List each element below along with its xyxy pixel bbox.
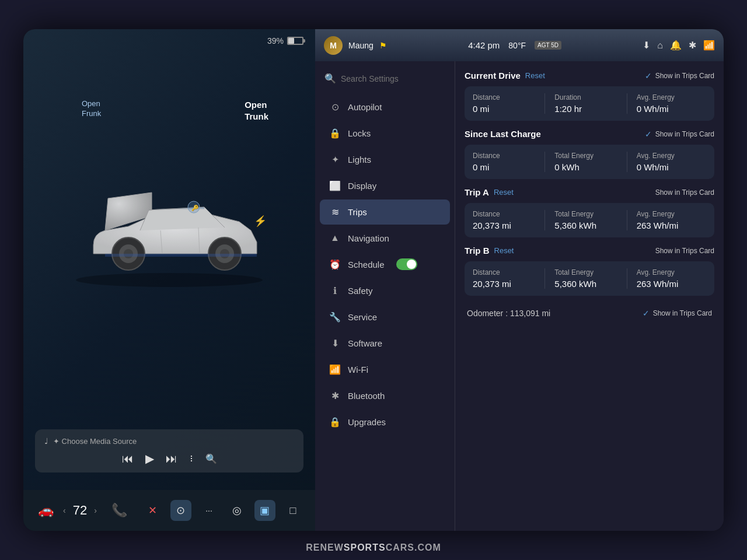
current-drive-reset[interactable]: Reset: [525, 71, 545, 80]
media-source-label: ♩ ✦ Choose Media Source: [44, 436, 294, 446]
sidebar-item-locks[interactable]: 🔒 Locks: [320, 121, 450, 146]
battery-percent: 39%: [267, 36, 284, 46]
trip-a-distance: Distance 20,373 mi: [473, 210, 542, 230]
trips-icon: ≋: [329, 206, 341, 218]
bluetooth-header-icon[interactable]: ✱: [689, 40, 696, 51]
checkbox-checked-icon3: ✓: [643, 309, 650, 318]
sidebar-item-autopilot[interactable]: ⊙ Autopilot: [320, 94, 450, 120]
phone-call-icon[interactable]: 📞: [109, 500, 130, 521]
close-icon[interactable]: ✕: [142, 500, 163, 521]
media-controls: ⏮ ▶ ⏭ ⫶ 🔍: [44, 452, 294, 466]
car-icon[interactable]: 🚗: [35, 500, 56, 521]
trips-label: Trips: [348, 207, 367, 217]
settings-content: 🔍 ⊙ Autopilot 🔒 Locks ✦ Lights ⬜ D: [315, 61, 724, 531]
camera-icon[interactable]: ◎: [226, 500, 247, 521]
user-avatar: M: [324, 36, 343, 55]
map-bar-right: ⬇ ⌂ 🔔 ✱ 📶: [643, 40, 715, 51]
autopilot-label: Autopilot: [348, 102, 382, 112]
wifi-icon: 📶: [329, 364, 341, 375]
equalizer-button[interactable]: ⫶: [189, 453, 194, 464]
sidebar-item-upgrades[interactable]: 🔒 Upgrades: [320, 410, 450, 435]
sidebar-item-safety[interactable]: ℹ Safety: [320, 278, 450, 303]
current-drive-show-trips: ✓ Show in Trips Card: [645, 71, 714, 80]
display-icon: ⬜: [329, 180, 341, 191]
trip-b-stats: Distance 20,373 mi Total Energy 5,360 kW…: [465, 261, 714, 296]
since-charge-distance: Distance 0 mi: [473, 152, 542, 172]
upgrades-label: Upgrades: [348, 417, 386, 427]
battery-indicator: 39%: [267, 36, 303, 46]
left-taskbar: 🚗 ‹ 72 › 📞 ✕ ⊙ ··· ◎ ▣ □: [23, 490, 315, 531]
trip-a-stats: Distance 20,373 mi Total Energy 5,360 kW…: [465, 203, 714, 237]
sidebar-item-wifi[interactable]: 📶 Wi-Fi: [320, 357, 450, 382]
trip-a-avg-energy: Avg. Energy 263 Wh/mi: [627, 210, 706, 230]
next-button[interactable]: ⏭: [166, 452, 177, 466]
trip-b-header: Trip B Reset Show in Trips Card: [465, 246, 714, 256]
dot-icon[interactable]: ⊙: [170, 500, 191, 521]
play-button[interactable]: ▶: [145, 452, 154, 466]
since-charge-show-trips: ✓ Show in Trips Card: [645, 130, 714, 139]
upgrades-icon: 🔒: [329, 416, 341, 428]
music-icon: ♩: [44, 436, 48, 446]
display-label: Display: [348, 181, 376, 191]
prev-button[interactable]: ⏮: [122, 452, 134, 466]
schedule-icon: ⏰: [329, 259, 341, 270]
battery-fill: [288, 38, 294, 44]
current-drive-duration: Duration 1:20 hr: [544, 93, 624, 114]
current-drive-header: Current Drive Reset ✓ Show in Trips Card: [465, 71, 714, 80]
apps-icon[interactable]: ▣: [254, 500, 275, 521]
download-icon[interactable]: ⬇: [643, 40, 650, 51]
current-drive-title: Current Drive: [465, 71, 521, 80]
temperature-display: 72: [73, 503, 87, 518]
odometer-text: Odometer : 113,091 mi: [467, 309, 550, 318]
svg-point-0: [76, 273, 263, 287]
trip-b-distance: Distance 20,373 mi: [473, 268, 542, 289]
sidebar-item-display[interactable]: ⬜ Display: [320, 173, 450, 198]
status-bar: 39%: [23, 29, 315, 52]
home-icon[interactable]: ⌂: [657, 40, 663, 51]
trip-b-avg-energy: Avg. Energy 263 Wh/mi: [627, 268, 706, 289]
temp-arrow-right[interactable]: ›: [94, 506, 97, 515]
service-label: Service: [348, 312, 377, 322]
open-frunk-label[interactable]: Open Frunk: [82, 99, 101, 119]
time-display: 4:42 pm: [468, 40, 500, 50]
current-drive-energy: Avg. Energy 0 Wh/mi: [627, 93, 706, 114]
menu-icon[interactable]: □: [282, 500, 303, 521]
dots-icon[interactable]: ···: [198, 500, 219, 521]
navigation-icon: ▲: [329, 233, 341, 243]
search-media-button[interactable]: 🔍: [205, 453, 217, 464]
search-icon: 🔍: [324, 73, 336, 84]
trip-a-reset[interactable]: Reset: [494, 188, 514, 197]
bell-icon[interactable]: 🔔: [670, 40, 682, 51]
lte-badge: AGT 5D: [535, 41, 561, 50]
checkbox-checked-icon: ✓: [645, 71, 652, 80]
lights-label: Lights: [348, 155, 371, 164]
trip-b-reset[interactable]: Reset: [494, 246, 514, 255]
sidebar-item-trips[interactable]: ≋ Trips: [320, 200, 450, 225]
trip-b-total-energy: Total Energy 5,360 kWh: [544, 268, 624, 289]
trip-a-title: Trip A: [465, 187, 489, 197]
sidebar-item-lights[interactable]: ✦ Lights: [320, 147, 450, 172]
signal-icon[interactable]: 📶: [703, 40, 715, 51]
service-icon: 🔧: [329, 312, 341, 323]
map-bar: M Maung ⚑ 4:42 pm 80°F AGT 5D ⬇ ⌂ 🔔 ✱ 📶: [315, 29, 724, 61]
bluetooth-icon: ✱: [329, 390, 341, 401]
car-illustration: ⚡ 🔑: [58, 140, 280, 292]
search-input[interactable]: [341, 74, 445, 83]
sidebar-item-service[interactable]: 🔧 Service: [320, 304, 450, 330]
autopilot-icon: ⊙: [329, 102, 341, 113]
sidebar-item-bluetooth[interactable]: ✱ Bluetooth: [320, 383, 450, 408]
media-player: ♩ ✦ Choose Media Source ⏮ ▶ ⏭ ⫶ 🔍: [35, 429, 303, 473]
user-name: Maung: [348, 41, 374, 50]
left-panel: 39% Open Frunk Open Trunk: [23, 29, 315, 531]
map-bar-center: 4:42 pm 80°F AGT 5D: [394, 40, 636, 50]
sidebar-item-schedule[interactable]: ⏰ Schedule: [320, 251, 450, 277]
software-label: Software: [348, 338, 382, 348]
sidebar-item-software[interactable]: ⬇ Software: [320, 331, 450, 356]
search-bar: 🔍: [315, 67, 455, 90]
temp-arrow-left[interactable]: ‹: [63, 506, 66, 515]
location-icon: ⚑: [379, 41, 387, 50]
settings-sidebar: 🔍 ⊙ Autopilot 🔒 Locks ✦ Lights ⬜ D: [315, 61, 455, 531]
schedule-toggle[interactable]: [396, 258, 417, 270]
lights-icon: ✦: [329, 154, 341, 165]
sidebar-item-navigation[interactable]: ▲ Navigation: [320, 226, 450, 250]
